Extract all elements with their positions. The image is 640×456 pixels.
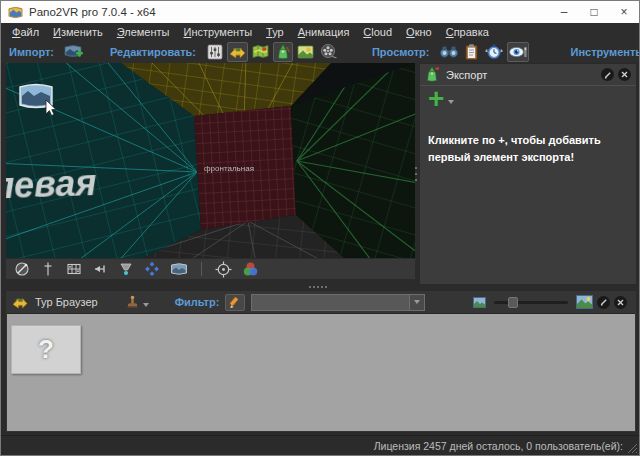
close-icon: [621, 71, 628, 78]
stopwatch-icon: [484, 43, 504, 61]
left-face-label: левая: [6, 162, 97, 207]
video-button[interactable]: [318, 42, 339, 62]
license-status-text: Лицензия 2457 дней осталось, 0 пользоват…: [374, 440, 623, 452]
missing-preview-placeholder: ?: [38, 334, 54, 365]
detach-pencil-icon: [600, 298, 608, 306]
thumbnail-size-slider[interactable]: [494, 301, 568, 304]
plus-icon: +: [428, 88, 444, 110]
app-window: Pano2VR pro 7.0.4 - x64 – □ × Файл Измен…: [0, 0, 640, 456]
pin-point-icon[interactable]: [40, 261, 56, 277]
eye-icon: [508, 43, 528, 61]
window-title: Pano2VR pro 7.0.4 - x64: [29, 6, 156, 18]
add-export-dropdown-caret: [448, 100, 454, 104]
properties-button[interactable]: [205, 42, 225, 62]
preview-button[interactable]: [507, 42, 529, 62]
viewer-toolbar: [6, 259, 415, 279]
tour-panel-detach-button[interactable]: [597, 296, 610, 309]
detach-pencil-icon: [604, 71, 612, 79]
menu-file[interactable]: Файл: [5, 24, 46, 40]
main-toolbar: Импорт: Редактировать:: [1, 41, 639, 63]
panorama-viewport[interactable]: левая фронтальная: [6, 63, 415, 258]
tag-pencil-icon: [229, 296, 242, 309]
binoculars-icon: [439, 43, 459, 61]
front-face-label: фронтальная: [204, 164, 254, 173]
export-empty-message: Кликните по +, чтобы добавить первый эле…: [428, 132, 632, 166]
export-panel-close-button[interactable]: [618, 68, 631, 81]
time-button[interactable]: [483, 42, 505, 62]
panorama-thumbnail[interactable]: ?: [11, 325, 81, 374]
toolbar-separator: [201, 262, 202, 276]
menu-elements[interactable]: Элементы: [110, 24, 177, 40]
filter-dropdown-caret: [414, 300, 420, 304]
tour-map-button[interactable]: [227, 42, 248, 62]
tour-browser-header: Тур Браузер Фильтр:: [6, 291, 636, 313]
minimize-button[interactable]: –: [549, 1, 579, 23]
color-adjust-icon[interactable]: [242, 261, 259, 278]
close-button[interactable]: ×: [609, 1, 639, 23]
app-icon: [8, 5, 23, 20]
export-panel-header: Экспорт: [420, 64, 636, 86]
menu-bar: Файл Изменить Элементы Инструменты Тур А…: [1, 23, 639, 41]
horizontal-splitter[interactable]: [309, 286, 327, 289]
import-label: Импорт:: [9, 46, 54, 58]
patch-grid-icon[interactable]: [66, 261, 82, 277]
export-panel: Экспорт + Кликните по +, чтобы добавить …: [419, 63, 637, 285]
patch-button[interactable]: [273, 42, 293, 62]
filter-input[interactable]: [251, 294, 409, 311]
polygon-hotspot-icon[interactable]: [144, 261, 160, 277]
close-icon: [617, 299, 624, 306]
patch-gnome-icon: [274, 43, 292, 61]
filter-dropdown-button[interactable]: [409, 294, 425, 311]
export-gnome-icon: [425, 66, 440, 83]
tour-panel-close-button[interactable]: [614, 296, 627, 309]
tour-browser-title: Тур Браузер: [35, 296, 98, 308]
menu-animation[interactable]: Анимация: [291, 24, 357, 40]
filter-tag-button[interactable]: [225, 294, 245, 311]
tour-browser-panel: Тур Браузер Фильтр:: [5, 290, 637, 433]
edit-label: Редактировать:: [110, 46, 196, 58]
add-export-button[interactable]: +: [428, 88, 636, 110]
vertical-splitter[interactable]: [415, 167, 418, 181]
panorama-element-icon[interactable]: [170, 261, 188, 277]
title-bar: Pano2VR pro 7.0.4 - x64 – □ ×: [1, 1, 639, 23]
tools-label: Инструменты:: [570, 46, 640, 58]
menu-tools[interactable]: Инструменты: [176, 24, 259, 40]
resize-grip[interactable]: [626, 442, 638, 454]
image-icon: [296, 43, 315, 61]
clipboard-button[interactable]: [462, 42, 481, 62]
hotspot-icon[interactable]: [118, 261, 134, 277]
properties-icon: [206, 43, 224, 61]
node-type-caret: [143, 303, 149, 307]
image-button[interactable]: [295, 42, 316, 62]
view-label: Просмотр:: [372, 46, 430, 58]
slider-handle[interactable]: [508, 297, 518, 308]
flag-marker-icon[interactable]: [92, 261, 108, 277]
menu-edit[interactable]: Изменить: [46, 24, 110, 40]
tour-map-icon: [228, 43, 247, 61]
menu-window[interactable]: Окно: [399, 24, 439, 40]
default-view-target-icon[interactable]: [215, 261, 232, 278]
export-panel-detach-button[interactable]: [601, 68, 614, 81]
menu-cloud[interactable]: Cloud: [356, 24, 399, 40]
node-type-dropdown[interactable]: [126, 295, 149, 310]
map-button[interactable]: [250, 42, 271, 62]
menu-help[interactable]: Справка: [439, 24, 496, 40]
tour-browser-content: ?: [7, 313, 635, 431]
menu-tour[interactable]: Тур: [259, 24, 291, 40]
thumbnail-small-icon: [473, 297, 486, 308]
panorama-add-icon: [64, 43, 84, 61]
filter-label: Фильтр:: [175, 296, 220, 308]
map-icon: [251, 43, 270, 61]
binoculars-button[interactable]: [438, 42, 460, 62]
clipboard-icon: [463, 43, 480, 61]
thumbnail-photo: ?: [16, 330, 76, 369]
status-bar: Лицензия 2457 дней осталось, 0 пользоват…: [1, 435, 639, 455]
maximize-button[interactable]: □: [579, 1, 609, 23]
interaction-mode-icon[interactable]: [14, 261, 30, 277]
thumbnail-large-icon: [576, 295, 593, 309]
film-reel-icon: [319, 43, 338, 61]
filter-combobox: [251, 294, 425, 311]
tour-browser-icon: [11, 294, 29, 311]
import-panorama-button[interactable]: [63, 42, 85, 62]
stamp-icon: [126, 295, 139, 310]
